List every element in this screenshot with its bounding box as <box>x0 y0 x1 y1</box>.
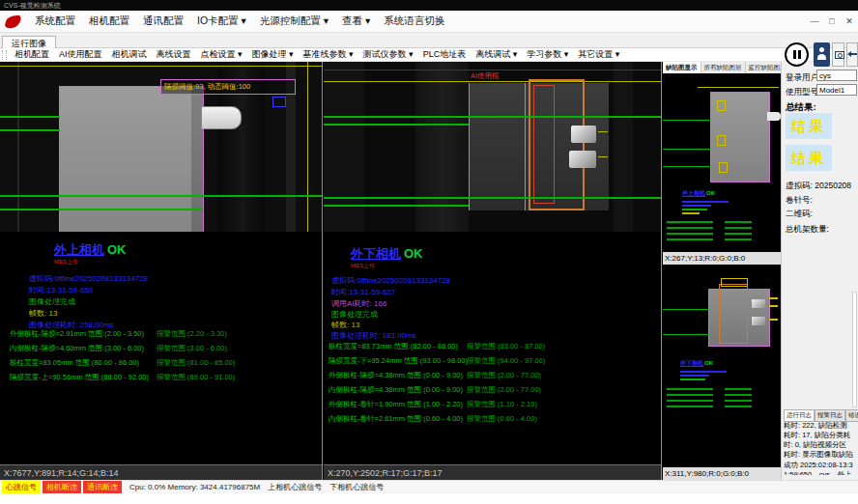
maximize-icon[interactable]: □ <box>823 11 841 32</box>
camera-status: OK <box>706 190 715 196</box>
window-titlebar: CVS-视觉检测系统 <box>0 0 858 11</box>
alarm-range: 报警范围:(2.20 - 3.30) <box>157 329 227 339</box>
toolbar: 相机配置 AI使用配置 相机调试 离线设置 点检设置 ▾ 图像处理 ▾ 基准线参… <box>0 48 858 62</box>
metal-feature <box>752 317 765 325</box>
alarm-range: 报警范围:(89.00 - 91.00) <box>157 373 235 382</box>
tool-image-process[interactable]: 图像处理 ▾ <box>247 48 299 61</box>
menu-item-camera-config[interactable]: 相机配置 <box>82 14 136 28</box>
mini-text-line <box>725 227 752 229</box>
metal-feature <box>571 126 596 143</box>
alarm-range: 报警范围:(2.00 - 77.00) <box>467 371 541 380</box>
mini-text-line <box>667 400 713 402</box>
model-input[interactable] <box>816 84 857 96</box>
login-user-input[interactable] <box>816 70 857 81</box>
mini-text-line <box>667 394 713 396</box>
defect-tab-strip: 缺陷图显示 所有缺陷图层 监控缺陷图层 <box>663 62 781 73</box>
left-camera-panel[interactable]: 隔膜阈值:93, 动态阈值:100 外上相机OK MES上传 虚拟码:0ffli… <box>0 62 322 480</box>
tab-run-image[interactable]: 运行图像 <box>2 36 56 49</box>
metal-feature <box>569 151 596 168</box>
green-guide-line <box>663 309 709 310</box>
window-controls: — □ ✕ <box>806 11 858 32</box>
tool-tester-params[interactable]: 测试仪参数 ▾ <box>358 48 418 61</box>
center-pixel-coordinates: X:270,Y:2502;R:17;G:17;B:17 <box>324 464 661 480</box>
model-label: 使用型号: <box>786 87 820 98</box>
tool-ai-use-config[interactable]: AI使用配置 <box>54 48 107 61</box>
process-done-line: 图像处理完成 <box>29 296 75 307</box>
menu-bar: 系统配置 相机配置 通讯配置 IO卡配置 ▾ 光源控制配置 ▾ 查看 ▾ 系统语… <box>0 11 858 33</box>
right-sidebar: 登录用户: 使用型号: 总结果: 结果 结果 虚拟码: 20250208 卷针号… <box>781 62 858 480</box>
close-icon[interactable]: ✕ <box>841 11 858 32</box>
menu-item-comm-config[interactable]: 通讯配置 <box>136 14 190 28</box>
mini-text-line <box>725 394 752 396</box>
camera-icon <box>835 51 844 59</box>
thumbnail-top-camera[interactable]: 外上相机OK X:267;Y:13;R:0;G:0;B:0 <box>663 73 781 265</box>
measurement-value: 外侧极柱-隔膜=4.38mm 范围:(0.00 - 9.00) <box>329 371 463 380</box>
threshold-label-text: 隔膜阈值:93, 动态阈值:100 <box>164 82 250 91</box>
tool-baseline-params[interactable]: 基准线参数 ▾ <box>299 48 358 61</box>
measurement-value: 内侧极柱-隔膜=4.60mm 范围:(3.00 - 6.00) <box>10 344 144 353</box>
sidebar-scrollbar[interactable] <box>852 292 857 407</box>
measurement-value: 极柱宽度=83.05mm 范围:(80.00 - 86.00) <box>10 358 139 368</box>
green-guide-line <box>324 116 661 118</box>
process-done-line: 图像处理完成 <box>331 309 378 320</box>
minimize-icon[interactable]: — <box>806 11 823 32</box>
tool-other-setting[interactable]: 其它设置 ▾ <box>573 48 624 61</box>
measurement-value: 外侧极柱-卷针=1.90mm 范围:(1.00 - 2.20) <box>329 400 463 409</box>
left-camera-image[interactable]: 隔膜阈值:93, 动态阈值:100 <box>0 62 322 232</box>
defect-thumbnail-column: 缺陷图显示 所有缺陷图层 监控缺陷图层 外上相机OK <box>663 62 781 480</box>
tool-spotcheck-setting[interactable]: 点检设置 ▾ <box>196 48 247 61</box>
mini-text-line <box>667 233 713 235</box>
tool-offline-debug[interactable]: 离线调试 ▾ <box>471 48 522 61</box>
tool-camera-config[interactable]: 相机配置 <box>10 48 54 61</box>
mini-text-line <box>682 201 729 203</box>
menu-item-io-config[interactable]: IO卡配置 ▾ <box>190 14 253 28</box>
mini-text-line <box>682 212 700 214</box>
menu-item-light-config[interactable]: 光源控制配置 ▾ <box>253 14 335 28</box>
tool-learning-params[interactable]: 学习参数 ▾ <box>522 48 573 61</box>
defect-box <box>719 162 728 173</box>
panel-divider <box>322 62 323 480</box>
thumbnail-bottom-camera[interactable]: 外下相机OK X:311,Y:980;R:0;G:0;B:0 <box>663 266 781 480</box>
image-texture <box>324 70 661 70</box>
center-camera-image[interactable]: AI使用框 <box>324 62 661 232</box>
tab-all-defect-layers[interactable]: 所有缺陷图层 <box>701 62 746 73</box>
return-button[interactable] <box>846 42 858 67</box>
mini-text-line <box>667 227 713 229</box>
green-guide-line <box>663 334 709 335</box>
log-text: 耗时: 222, 缺陷检测耗时: 17, 缺陷分类耗时: 0, 缺陷视频分区耗时… <box>784 421 853 475</box>
tool-camera-debug[interactable]: 相机调试 <box>107 48 152 61</box>
pause-button[interactable] <box>785 42 809 67</box>
green-guide-line <box>0 195 322 197</box>
green-guide-line <box>324 124 469 126</box>
green-guide-line <box>663 120 711 121</box>
snapshot-button[interactable] <box>832 42 844 67</box>
time-line: 时间:13-31-59-627 <box>331 287 395 297</box>
mini-text-line <box>667 406 713 407</box>
menu-item-view[interactable]: 查看 ▾ <box>335 14 377 28</box>
virtual-code-label: 虚拟码: <box>786 181 813 190</box>
center-camera-panel[interactable]: AI使用框 外下相机OK <box>324 62 661 480</box>
tab-defect-display[interactable]: 缺陷图显示 <box>663 62 701 73</box>
yellow-annotation <box>769 297 778 299</box>
mini-text-line <box>725 406 752 407</box>
yellow-guide-line <box>307 62 308 232</box>
green-guide-line <box>0 129 60 131</box>
toolbar-grip[interactable] <box>2 50 7 60</box>
menu-item-system-config[interactable]: 系统配置 <box>28 14 82 28</box>
measurement-value: 外侧极柱-隔膜=2.91mm 范围:(2.00 - 3.50) <box>10 329 144 339</box>
mini-text-line <box>682 205 711 207</box>
measurement-value: 隔膜宽度-下=95.24mm 范围:(93.00 - 98.00) <box>329 356 468 366</box>
user-lock-button[interactable] <box>814 42 830 67</box>
alarm-range: 报警范围:(81.00 - 85.00) <box>157 358 235 368</box>
menu-item-language-switch[interactable]: 系统语言切换 <box>377 14 451 28</box>
camera-disconnect-badge: 相机断连 <box>43 481 81 493</box>
tool-offline-setting[interactable]: 离线设置 <box>152 48 196 61</box>
mini-text-line <box>680 371 727 373</box>
measurement-value: 内侧极柱-卷针=2.61mm 范围:(0.60 - 4.00) <box>329 414 463 424</box>
virtual-code-line: 虚拟码:0ffline20250208133134728 <box>331 275 450 286</box>
image-texture <box>17 62 19 232</box>
mini-text-line <box>725 388 752 390</box>
rack-count-label: 总机架数量: <box>786 224 829 236</box>
alarm-range: 报警范围:(0.60 - 4.00) <box>467 414 537 424</box>
tool-plc-address[interactable]: PLC地址表 <box>418 48 472 61</box>
